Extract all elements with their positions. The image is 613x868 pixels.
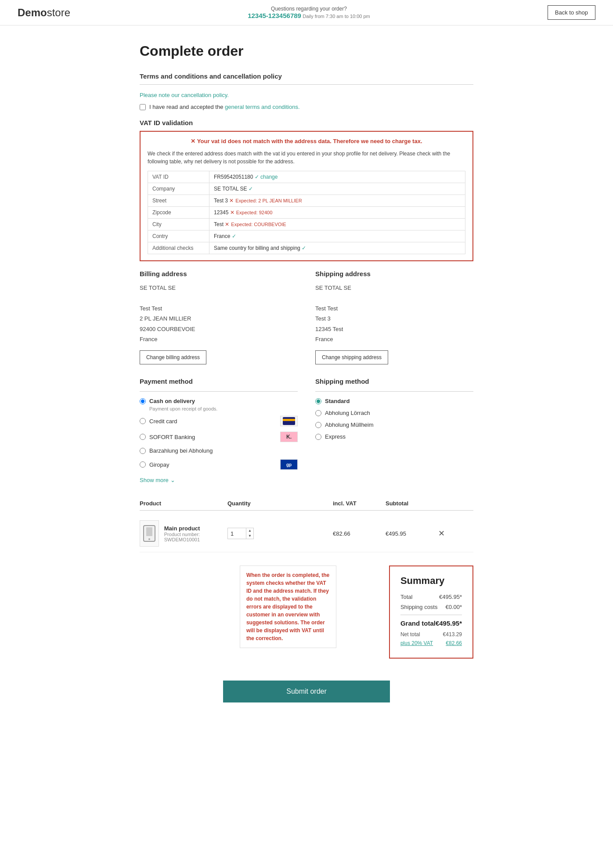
payment-title: Payment method [140,378,298,385]
cancellation-policy-link[interactable]: Please note our cancellation policy. [140,92,473,98]
payment-label-cod: Cash on delivery [149,398,195,404]
shipping-radio-standard[interactable] [315,398,321,404]
product-quantity-cell: 1 ▲ ▼ [227,528,333,539]
credit-card-icon [280,416,298,426]
change-shipping-address-button[interactable]: Change shipping address [315,350,388,364]
payment-label-barzahlung: Barzahlung bei Abholung [149,447,213,454]
col-product: Product [140,500,227,507]
main-content: Complete order Terms and conditions and … [131,25,482,720]
terms-checkbox-label: I have read and accepted the general ter… [149,104,300,110]
payment-col: Payment method Cash on deliveryPayment u… [140,378,298,483]
shipping-title: Shipping method [315,378,473,385]
summary-title: Summary [400,575,462,587]
payment-option-cod: Cash on delivery [140,398,298,404]
page-title: Complete order [140,43,473,59]
summary-vat-row: plus 20% VAT €82.66 [400,640,462,646]
payment-option-sofort: SOFORT BankingK. [140,432,298,442]
shipping-address-col: Shipping address SE TOTAL SETest TestTes… [315,270,473,364]
header: Demostore Questions regarding your order… [0,0,613,25]
col-incl-vat: incl. VAT [333,500,386,507]
shipping-radio-express[interactable] [315,434,321,440]
payment-label-giropay: Giropay [149,461,169,468]
vat-table: VAT IDFR59542051180 ✓ changeCompanySE TO… [148,171,465,254]
quantity-down-arrow[interactable]: ▼ [246,533,253,539]
shipping-option-abholung_lorrach: Abholung Lörrach [315,410,473,416]
vat-error-box: ✕ Your vat id does not match with the ad… [140,131,473,261]
payment-radio-cc[interactable] [140,418,146,424]
subtotal-cell: €495.95 [386,530,438,537]
col-remove [438,500,473,507]
payment-radio-barzahlung[interactable] [140,448,146,454]
shipping-divider [315,391,473,392]
shipping-value: €0.00* [445,604,462,610]
address-row: Billing address SE TOTAL SETest Test2 PL… [140,270,473,364]
shipping-label-abholung_lorrach: Abholung Lörrach [325,410,370,416]
terms-divider [140,84,473,85]
products-section: Product Quantity incl. VAT Subtotal Main… [140,497,473,552]
show-more-button[interactable]: Show more ⌄ [140,477,175,483]
terms-checkbox[interactable] [140,104,146,110]
giropay-icon: gp [280,459,298,470]
payment-sub-cod: Payment upon receipt of goods. [149,406,298,411]
summary-box: Summary Total €495.95* Shipping costs €0… [389,565,473,659]
shipping-option-abholung_mullheim: Abholung Müllheim [315,421,473,428]
payment-radio-giropay[interactable] [140,461,146,468]
table-row: Main product Product number: SWDEMO10001… [140,515,473,552]
payment-radio-cod[interactable] [140,398,146,404]
vat-error-title: ✕ Your vat id does not match with the ad… [148,138,465,144]
shipping-label-express: Express [325,433,346,440]
terms-checkbox-row: I have read and accepted the general ter… [140,104,473,110]
shipping-option-express: Express [315,433,473,440]
summary-grand-row: Grand total €495.95* [400,619,462,627]
contact-info: Questions regarding your order? 12345-12… [248,6,370,19]
product-info: Main product Product number: SWDEMO10001 [164,525,227,542]
klarna-icon: K. [280,432,298,442]
shipping-label: Shipping costs [400,604,438,610]
total-value: €495.95* [439,594,462,600]
summary-shipping-row: Shipping costs €0.00* [400,604,462,610]
change-billing-address-button[interactable]: Change billing address [140,350,206,364]
vat-link[interactable]: plus 20% VAT [400,640,433,646]
shipping-radio-abholung_lorrach[interactable] [315,410,321,416]
svg-rect-1 [283,419,295,421]
phone-number: 12345-123456789 [248,12,301,19]
vat-error-description: We check if the entered address does mat… [148,150,465,166]
shipping-options: StandardAbholung LörrachAbholung Müllhei… [315,398,473,440]
vat-value-link[interactable]: €82.66 [446,640,462,646]
product-image [140,520,159,547]
summary-total-row: Total €495.95* [400,594,462,600]
product-img-name: Main product Product number: SWDEMO10001 [140,520,227,547]
shipping-address-title: Shipping address [315,270,473,277]
summary-net-row: Net total €413.29 [400,631,462,637]
payment-option-cc: Credit card [140,416,298,426]
payment-option-barzahlung: Barzahlung bei Abholung [140,447,298,454]
product-name: Main product [164,525,227,532]
svg-point-4 [148,538,150,540]
remove-product-button[interactable]: ✕ [438,529,445,538]
grand-label: Grand total [400,619,436,627]
quantity-value: 1 [228,529,246,539]
svg-rect-3 [146,527,152,536]
shipping-label-abholung_mullheim: Abholung Müllheim [325,421,374,428]
submit-order-button[interactable]: Submit order [223,681,390,702]
logo: Demostore [18,7,70,19]
quantity-up-arrow[interactable]: ▲ [246,528,253,533]
summary-wrapper: Summary Total €495.95* Shipping costs €0… [389,565,473,672]
payment-option-giropay: Giropaygp [140,459,298,470]
shipping-radio-abholung_mullheim[interactable] [315,422,321,428]
hours: Daily from 7:30 am to 10:00 pm [303,14,370,19]
quantity-stepper[interactable]: ▲ ▼ [246,528,253,539]
billing-address-col: Billing address SE TOTAL SETest Test2 PL… [140,270,298,364]
general-terms-link[interactable]: general terms and conditions. [225,104,300,110]
annotation-box: When the order is completed, the system … [240,565,336,648]
payment-label-cc: Credit card [149,418,177,425]
total-label: Total [400,594,412,600]
col-quantity: Quantity [227,500,333,507]
logo-bold: Demo [18,7,47,18]
shipping-option-standard: Standard [315,398,473,404]
back-to-shop-button[interactable]: Back to shop [548,5,595,20]
payment-options: Cash on deliveryPayment upon receipt of … [140,398,298,470]
payment-radio-sofort[interactable] [140,434,146,440]
terms-section-title: Terms and conditions and cancellation po… [140,72,473,80]
shipping-address-text: SE TOTAL SETest TestTest 312345 TestFran… [315,283,473,344]
